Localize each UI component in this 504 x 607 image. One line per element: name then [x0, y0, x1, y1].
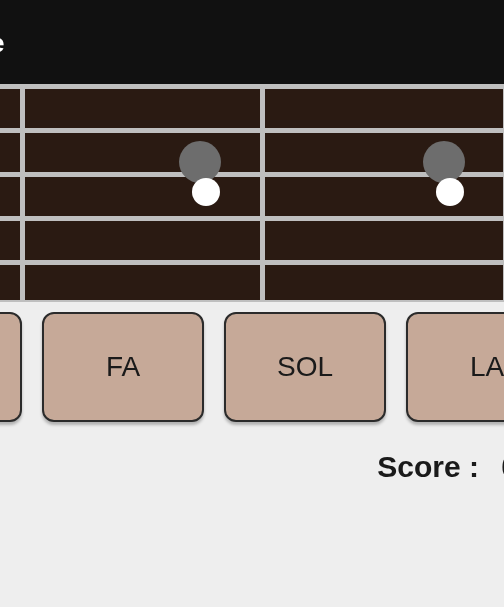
fret-line — [20, 84, 25, 302]
title-bar: e — [0, 0, 504, 84]
page-title: e — [0, 28, 4, 59]
note-marker-white-icon[interactable] — [192, 178, 220, 206]
score-label: Score : — [377, 450, 487, 483]
string-line — [0, 260, 504, 265]
fretboard[interactable] — [0, 84, 504, 302]
note-button-fa[interactable]: FA — [42, 312, 204, 422]
note-button-sol[interactable]: SOL — [224, 312, 386, 422]
fret-marker-grey-icon — [423, 141, 465, 183]
string-line — [0, 128, 504, 133]
note-button[interactable] — [0, 312, 22, 422]
fret-marker-grey-icon — [179, 141, 221, 183]
string-line — [0, 216, 504, 221]
note-button-row: FA SOL LA — [0, 302, 504, 422]
fret-line — [260, 84, 265, 302]
string-line — [0, 300, 504, 302]
note-button-la[interactable]: LA — [406, 312, 504, 422]
note-marker-white-icon[interactable] — [436, 178, 464, 206]
string-line — [0, 84, 504, 89]
score-display: Score : 0 — [0, 450, 504, 484]
